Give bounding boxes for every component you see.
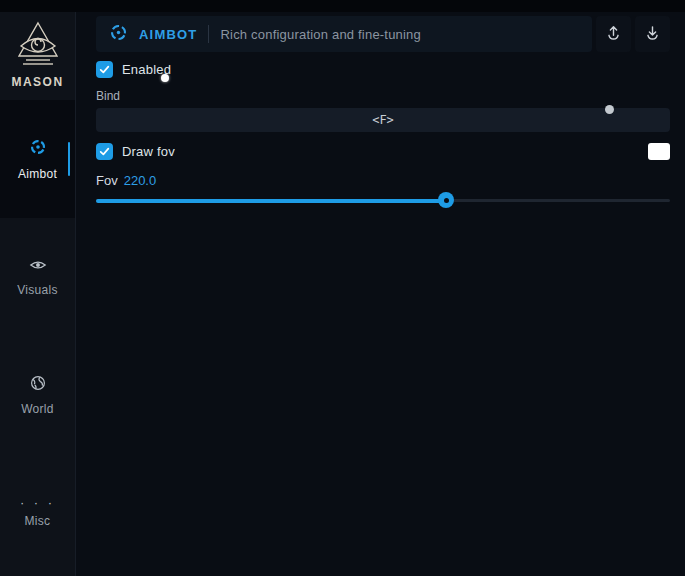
sidebar-item-label: Misc [25, 514, 51, 528]
fov-slider-fill [96, 199, 446, 203]
upload-icon [605, 24, 622, 45]
mason-menu-window: MASON Aimbot Visuals [0, 0, 685, 576]
sidebar-item-aimbot[interactable]: Aimbot [0, 100, 75, 218]
draw-fov-label: Draw fov [122, 144, 175, 159]
brand: MASON [0, 20, 75, 89]
section-header: AIMBOT Rich configuration and fine-tunin… [96, 16, 592, 52]
fov-value: 220.0 [124, 173, 157, 188]
header-row: AIMBOT Rich configuration and fine-tunin… [96, 16, 670, 52]
fov-label: Fov [96, 173, 118, 188]
download-icon [644, 24, 661, 45]
top-strip [0, 0, 685, 12]
page-subtitle: Rich configuration and fine-tuning [220, 27, 420, 42]
globe-icon [30, 375, 46, 395]
divider [208, 25, 209, 43]
enabled-row: Enabled [96, 60, 670, 78]
eye-icon [29, 258, 47, 276]
pointer-dot [605, 105, 614, 114]
bind-value: <F> [372, 113, 394, 127]
fov-slider[interactable] [96, 192, 670, 208]
upload-config-button[interactable] [596, 16, 631, 52]
sidebar-item-label: Aimbot [18, 167, 57, 181]
main-content: AIMBOT Rich configuration and fine-tunin… [77, 12, 685, 576]
fov-slider-thumb[interactable] [438, 192, 454, 208]
download-config-button[interactable] [635, 16, 670, 52]
active-indicator [68, 142, 70, 176]
bind-label: Bind [96, 89, 670, 103]
fov-color-swatch[interactable] [648, 143, 670, 160]
sidebar-item-world[interactable]: World [0, 336, 75, 454]
mason-logo-icon [15, 20, 61, 72]
fov-label-row: Fov 220.0 [96, 173, 670, 188]
crosshair-icon [109, 23, 128, 46]
sidebar-item-label: Visuals [17, 283, 58, 297]
crosshair-icon [29, 138, 47, 160]
draw-fov-row: Draw fov [96, 142, 670, 160]
page-title: AIMBOT [139, 27, 197, 42]
cursor-dot [161, 74, 169, 82]
brand-name: MASON [11, 75, 63, 89]
sidebar-item-visuals[interactable]: Visuals [0, 218, 75, 336]
sidebar-item-misc[interactable]: · · · Misc [0, 454, 75, 572]
enabled-checkbox[interactable] [96, 61, 113, 78]
sidebar: MASON Aimbot Visuals [0, 12, 76, 576]
sidebar-item-label: World [21, 402, 54, 416]
ellipsis-icon: · · · [20, 499, 55, 507]
draw-fov-checkbox[interactable] [96, 143, 113, 160]
bind-input[interactable]: <F> [96, 108, 670, 132]
